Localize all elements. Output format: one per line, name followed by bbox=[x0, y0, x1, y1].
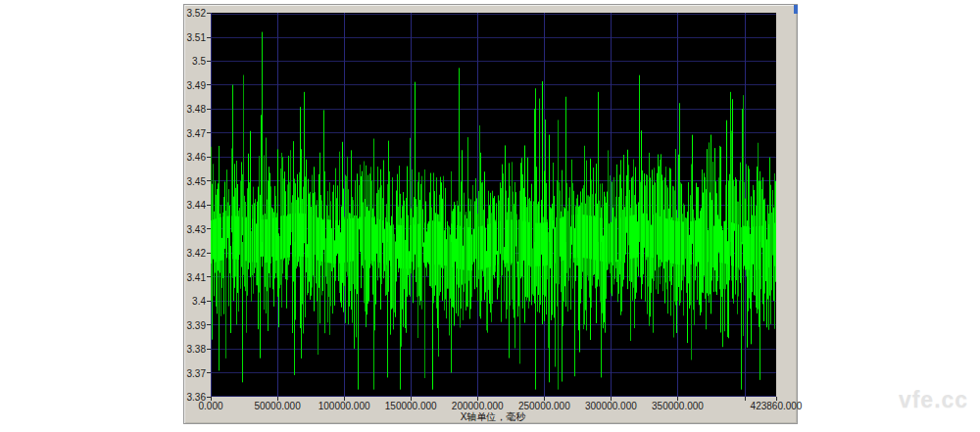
y-tick-label: 3.52 bbox=[180, 8, 206, 19]
y-tick-mark bbox=[207, 132, 211, 133]
y-tick-mark bbox=[207, 180, 211, 181]
y-tick-mark bbox=[207, 205, 211, 206]
y-tick-label: 3.51 bbox=[180, 32, 206, 43]
y-tick-label: 3.42 bbox=[180, 248, 206, 259]
y-tick-mark bbox=[207, 37, 211, 38]
waveform-plot[interactable] bbox=[211, 13, 776, 397]
y-tick-label: 3.41 bbox=[180, 272, 206, 283]
x-tick-mark bbox=[277, 397, 278, 401]
x-tick-mark bbox=[776, 397, 777, 401]
y-tick-mark bbox=[207, 157, 211, 158]
y-tick-label: 3.49 bbox=[180, 80, 206, 91]
y-tick-label: 3.48 bbox=[180, 104, 206, 115]
x-tick-mark bbox=[745, 397, 746, 401]
x-axis-unit-label: X轴单位，毫秒 bbox=[395, 411, 591, 422]
x-tick-mark bbox=[677, 397, 678, 401]
y-tick-mark bbox=[207, 276, 211, 277]
y-tick-label: 3.5 bbox=[180, 56, 206, 67]
y-tick-label: 3.4 bbox=[180, 296, 206, 307]
y-tick-mark bbox=[207, 301, 211, 302]
y-tick-mark bbox=[207, 349, 211, 350]
y-tick-mark bbox=[207, 324, 211, 325]
y-tick-label: 3.38 bbox=[180, 344, 206, 355]
watermark: vfe.cc bbox=[887, 387, 980, 413]
x-tick-mark bbox=[477, 397, 478, 401]
x-tick-label: 423860.000 bbox=[735, 401, 817, 411]
y-tick-mark bbox=[207, 253, 211, 254]
y-tick-label: 3.43 bbox=[180, 224, 206, 235]
x-tick-mark bbox=[411, 397, 412, 401]
y-tick-mark bbox=[207, 61, 211, 62]
y-tick-label: 3.45 bbox=[180, 176, 206, 187]
page-background: 3.523.513.53.493.483.473.463.453.443.433… bbox=[0, 0, 980, 432]
y-tick-label: 3.37 bbox=[180, 368, 206, 379]
x-tick-mark bbox=[344, 397, 345, 401]
y-tick-mark bbox=[207, 109, 211, 110]
x-tick-label: 350000.000 bbox=[636, 401, 718, 411]
y-tick-mark bbox=[207, 228, 211, 229]
x-tick-mark bbox=[211, 397, 212, 401]
y-tick-mark bbox=[207, 13, 211, 14]
x-tick-mark bbox=[544, 397, 545, 401]
x-tick-mark bbox=[611, 397, 612, 401]
y-tick-label: 3.47 bbox=[180, 128, 206, 139]
y-tick-label: 3.46 bbox=[180, 152, 206, 163]
panel-corner-grip bbox=[794, 5, 798, 14]
y-tick-label: 3.44 bbox=[180, 200, 206, 211]
y-tick-label: 3.39 bbox=[180, 320, 206, 331]
y-tick-mark bbox=[207, 372, 211, 373]
y-tick-mark bbox=[207, 84, 211, 85]
